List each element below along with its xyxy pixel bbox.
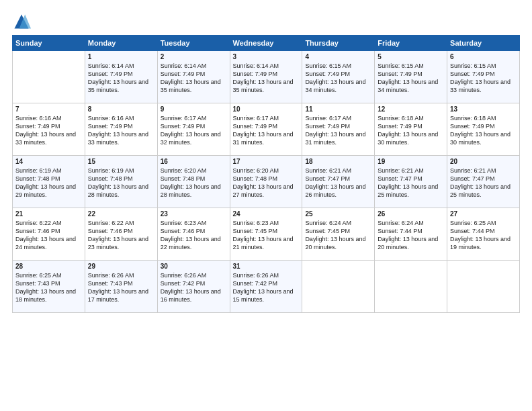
day-number: 6 <box>450 53 517 60</box>
cell-content: Sunrise: 6:21 AMSunset: 7:47 PMDaylight:… <box>450 167 517 199</box>
cell-content: Sunrise: 6:19 AMSunset: 7:48 PMDaylight:… <box>88 167 154 199</box>
day-number: 13 <box>450 105 517 113</box>
cell-content: Sunrise: 6:25 AMSunset: 7:43 PMDaylight:… <box>15 271 82 304</box>
day-number: 28 <box>15 263 82 270</box>
day-number: 5 <box>378 53 444 60</box>
cell-content: Sunrise: 6:26 AMSunset: 7:42 PMDaylight:… <box>161 271 227 304</box>
day-number: 31 <box>233 263 300 270</box>
calendar-cell: 4Sunrise: 6:15 AMSunset: 7:49 PMDaylight… <box>302 51 375 103</box>
calendar-cell: 23Sunrise: 6:23 AMSunset: 7:46 PMDayligh… <box>157 208 230 261</box>
day-number: 18 <box>305 158 371 165</box>
cell-content: Sunrise: 6:21 AMSunset: 7:47 PMDaylight:… <box>305 167 371 199</box>
calendar-cell: 14Sunrise: 6:19 AMSunset: 7:48 PMDayligh… <box>13 156 85 208</box>
day-number: 16 <box>161 158 227 165</box>
calendar-cell: 1Sunrise: 6:14 AMSunset: 7:49 PMDaylight… <box>85 51 157 103</box>
cell-content: Sunrise: 6:18 AMSunset: 7:49 PMDaylight:… <box>378 114 444 147</box>
cell-content: Sunrise: 6:23 AMSunset: 7:46 PMDaylight:… <box>161 219 227 252</box>
day-number: 21 <box>15 210 82 218</box>
calendar-week-row: 7Sunrise: 6:16 AMSunset: 7:49 PMDaylight… <box>13 103 520 156</box>
cell-content: Sunrise: 6:14 AMSunset: 7:49 PMDaylight:… <box>161 62 227 95</box>
calendar-cell: 8Sunrise: 6:16 AMSunset: 7:49 PMDaylight… <box>85 103 157 156</box>
day-number: 3 <box>233 53 300 60</box>
calendar-cell: 31Sunrise: 6:26 AMSunset: 7:42 PMDayligh… <box>230 261 302 313</box>
day-number: 9 <box>161 105 227 113</box>
calendar-cell: 16Sunrise: 6:20 AMSunset: 7:48 PMDayligh… <box>157 156 230 208</box>
calendar-cell: 28Sunrise: 6:25 AMSunset: 7:43 PMDayligh… <box>13 261 85 313</box>
cell-content: Sunrise: 6:22 AMSunset: 7:46 PMDaylight:… <box>88 219 154 252</box>
day-number: 12 <box>378 105 444 113</box>
day-number: 14 <box>15 158 82 165</box>
day-number: 20 <box>450 158 517 165</box>
calendar-cell: 30Sunrise: 6:26 AMSunset: 7:42 PMDayligh… <box>157 261 230 313</box>
header-day: Friday <box>375 36 447 51</box>
cell-content: Sunrise: 6:23 AMSunset: 7:45 PMDaylight:… <box>233 219 300 252</box>
header-day: Tuesday <box>157 36 230 51</box>
calendar-cell: 2Sunrise: 6:14 AMSunset: 7:49 PMDaylight… <box>157 51 230 103</box>
cell-content: Sunrise: 6:15 AMSunset: 7:49 PMDaylight:… <box>450 62 517 95</box>
day-number: 2 <box>161 53 227 60</box>
logo <box>12 12 34 31</box>
day-number: 1 <box>88 53 154 60</box>
calendar-cell: 13Sunrise: 6:18 AMSunset: 7:49 PMDayligh… <box>447 103 520 156</box>
calendar-cell: 17Sunrise: 6:20 AMSunset: 7:48 PMDayligh… <box>230 156 302 208</box>
calendar-cell: 3Sunrise: 6:14 AMSunset: 7:49 PMDaylight… <box>230 51 302 103</box>
cell-content: Sunrise: 6:20 AMSunset: 7:48 PMDaylight:… <box>161 167 227 199</box>
calendar-cell: 18Sunrise: 6:21 AMSunset: 7:47 PMDayligh… <box>302 156 375 208</box>
calendar-cell <box>375 261 447 313</box>
calendar-cell: 20Sunrise: 6:21 AMSunset: 7:47 PMDayligh… <box>447 156 520 208</box>
calendar-cell: 19Sunrise: 6:21 AMSunset: 7:47 PMDayligh… <box>375 156 447 208</box>
calendar-cell <box>13 51 85 103</box>
cell-content: Sunrise: 6:16 AMSunset: 7:49 PMDaylight:… <box>15 114 82 147</box>
calendar-cell: 9Sunrise: 6:17 AMSunset: 7:49 PMDaylight… <box>157 103 230 156</box>
header-day: Monday <box>85 36 157 51</box>
day-number: 22 <box>88 210 154 218</box>
day-number: 27 <box>450 210 517 218</box>
cell-content: Sunrise: 6:26 AMSunset: 7:43 PMDaylight:… <box>88 271 154 304</box>
day-number: 24 <box>233 210 300 218</box>
header-row: SundayMondayTuesdayWednesdayThursdayFrid… <box>13 36 520 51</box>
day-number: 10 <box>233 105 300 113</box>
day-number: 30 <box>161 263 227 270</box>
calendar-cell: 22Sunrise: 6:22 AMSunset: 7:46 PMDayligh… <box>85 208 157 261</box>
cell-content: Sunrise: 6:19 AMSunset: 7:48 PMDaylight:… <box>15 167 82 199</box>
cell-content: Sunrise: 6:17 AMSunset: 7:49 PMDaylight:… <box>233 114 300 147</box>
calendar-week-row: 1Sunrise: 6:14 AMSunset: 7:49 PMDaylight… <box>13 51 520 103</box>
calendar-cell: 7Sunrise: 6:16 AMSunset: 7:49 PMDaylight… <box>13 103 85 156</box>
cell-content: Sunrise: 6:14 AMSunset: 7:49 PMDaylight:… <box>233 62 300 95</box>
cell-content: Sunrise: 6:17 AMSunset: 7:49 PMDaylight:… <box>161 114 227 147</box>
cell-content: Sunrise: 6:21 AMSunset: 7:47 PMDaylight:… <box>378 167 444 199</box>
calendar-week-row: 14Sunrise: 6:19 AMSunset: 7:48 PMDayligh… <box>13 156 520 208</box>
cell-content: Sunrise: 6:16 AMSunset: 7:49 PMDaylight:… <box>88 114 154 147</box>
calendar-cell: 24Sunrise: 6:23 AMSunset: 7:45 PMDayligh… <box>230 208 302 261</box>
calendar-page: SundayMondayTuesdayWednesdayThursdayFrid… <box>0 0 532 411</box>
cell-content: Sunrise: 6:25 AMSunset: 7:44 PMDaylight:… <box>450 219 517 252</box>
day-number: 19 <box>378 158 444 165</box>
header <box>12 12 520 31</box>
calendar-cell: 5Sunrise: 6:15 AMSunset: 7:49 PMDaylight… <box>375 51 447 103</box>
header-day: Saturday <box>447 36 520 51</box>
cell-content: Sunrise: 6:18 AMSunset: 7:49 PMDaylight:… <box>450 114 517 147</box>
calendar-cell: 21Sunrise: 6:22 AMSunset: 7:46 PMDayligh… <box>13 208 85 261</box>
day-number: 15 <box>88 158 154 165</box>
calendar-cell: 25Sunrise: 6:24 AMSunset: 7:45 PMDayligh… <box>302 208 375 261</box>
cell-content: Sunrise: 6:17 AMSunset: 7:49 PMDaylight:… <box>305 114 371 147</box>
day-number: 25 <box>305 210 371 218</box>
cell-content: Sunrise: 6:15 AMSunset: 7:49 PMDaylight:… <box>305 62 371 95</box>
calendar-week-row: 21Sunrise: 6:22 AMSunset: 7:46 PMDayligh… <box>13 208 520 261</box>
header-day: Thursday <box>302 36 375 51</box>
calendar-cell: 10Sunrise: 6:17 AMSunset: 7:49 PMDayligh… <box>230 103 302 156</box>
calendar-cell: 15Sunrise: 6:19 AMSunset: 7:48 PMDayligh… <box>85 156 157 208</box>
cell-content: Sunrise: 6:14 AMSunset: 7:49 PMDaylight:… <box>88 62 154 95</box>
calendar-cell: 26Sunrise: 6:24 AMSunset: 7:44 PMDayligh… <box>375 208 447 261</box>
cell-content: Sunrise: 6:24 AMSunset: 7:44 PMDaylight:… <box>378 219 444 252</box>
cell-content: Sunrise: 6:26 AMSunset: 7:42 PMDaylight:… <box>233 271 300 304</box>
day-number: 4 <box>305 53 371 60</box>
cell-content: Sunrise: 6:15 AMSunset: 7:49 PMDaylight:… <box>378 62 444 95</box>
calendar-cell: 29Sunrise: 6:26 AMSunset: 7:43 PMDayligh… <box>85 261 157 313</box>
day-number: 29 <box>88 263 154 270</box>
cell-content: Sunrise: 6:24 AMSunset: 7:45 PMDaylight:… <box>305 219 371 252</box>
logo-icon <box>12 12 31 31</box>
day-number: 26 <box>378 210 444 218</box>
calendar-cell: 11Sunrise: 6:17 AMSunset: 7:49 PMDayligh… <box>302 103 375 156</box>
calendar-cell: 12Sunrise: 6:18 AMSunset: 7:49 PMDayligh… <box>375 103 447 156</box>
